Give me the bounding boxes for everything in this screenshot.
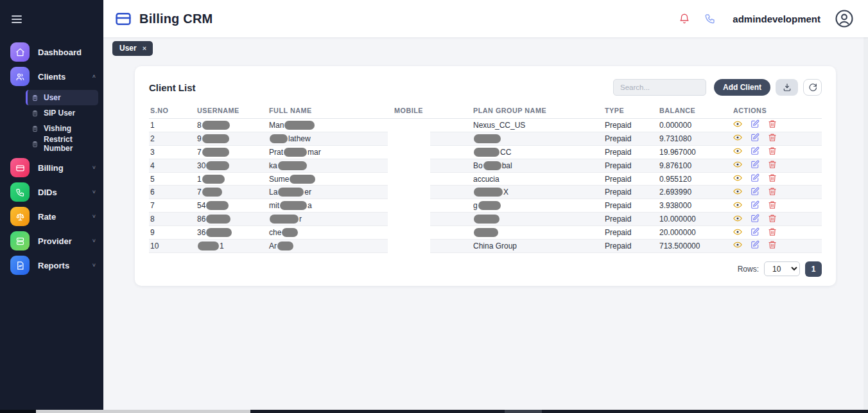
cell-plan-group <box>472 132 603 145</box>
edit-icon[interactable] <box>751 187 759 196</box>
view-icon[interactable] <box>733 200 742 209</box>
view-icon[interactable] <box>733 119 742 128</box>
delete-icon[interactable] <box>768 146 777 155</box>
edit-icon[interactable] <box>751 160 759 169</box>
page-title: Client List <box>149 82 196 93</box>
cell-plan-group <box>472 226 603 240</box>
sidebar-item-dids[interactable]: DIDs ˅ <box>0 180 103 204</box>
credit-card-logo-icon <box>114 11 133 27</box>
sidebar-item-label: DIDs <box>38 188 92 197</box>
clipboard-icon <box>31 141 39 148</box>
cell-sno: 10 <box>149 240 196 253</box>
redacted-text <box>202 188 222 197</box>
edit-icon[interactable] <box>751 200 759 209</box>
add-client-button[interactable]: Add Client <box>714 79 770 96</box>
home-icon <box>10 42 30 62</box>
edit-icon[interactable] <box>751 227 759 236</box>
view-icon[interactable] <box>733 133 742 142</box>
delete-icon[interactable] <box>768 240 777 249</box>
cell-username: 1 <box>196 240 268 253</box>
cell-plan-group: CC <box>472 145 603 159</box>
horizontal-scrollbar[interactable] <box>0 410 868 413</box>
sidebar-item-restrict-number[interactable]: Restrict Number <box>0 136 103 152</box>
tab-user[interactable]: User × <box>112 41 153 56</box>
top-header: Billing CRM admindevelopment <box>103 0 868 37</box>
sidebar-item-label: User <box>44 93 61 102</box>
table-row: 886rPrepaid10.000000 <box>149 213 822 226</box>
vertical-scrollbar[interactable] <box>864 37 868 410</box>
chevron-down-icon: ˅ <box>92 164 96 171</box>
view-icon[interactable] <box>733 214 742 223</box>
cell-sno: 3 <box>149 145 196 159</box>
download-button[interactable] <box>776 79 798 96</box>
client-table-wrap: S.NO USERNAME FULL NAME MOBILE PLAN GROU… <box>149 107 822 253</box>
redacted-text <box>474 148 499 157</box>
redacted-text <box>290 175 315 184</box>
delete-icon[interactable] <box>768 119 777 128</box>
search-input[interactable] <box>613 79 706 96</box>
edit-icon[interactable] <box>751 146 759 155</box>
table-row: 67LaerXPrepaid2.693990 <box>149 186 822 199</box>
cell-username: 30 <box>196 159 268 172</box>
cell-sno: 1 <box>149 119 196 132</box>
refresh-button[interactable] <box>803 79 822 96</box>
user-avatar-icon[interactable] <box>835 9 854 28</box>
delete-icon[interactable] <box>768 173 777 182</box>
client-table-body: 18ManNexus_CC_USPrepaid0.00000029lathewP… <box>149 119 822 253</box>
edit-icon[interactable] <box>751 173 759 182</box>
sidebar-item-vishing[interactable]: Vishing <box>0 121 103 136</box>
notification-bell-icon[interactable] <box>679 13 690 24</box>
page-1-button[interactable]: 1 <box>805 261 822 277</box>
close-icon[interactable]: × <box>143 44 146 52</box>
view-icon[interactable] <box>733 173 742 182</box>
sidebar-item-billing[interactable]: Billing ˅ <box>0 155 103 180</box>
cell-plan-group: accucia <box>472 172 603 186</box>
rows-per-page-select[interactable]: 10 <box>764 261 800 276</box>
redacted-text <box>198 242 219 250</box>
sidebar-item-clients[interactable]: Clients ˄ <box>0 64 103 89</box>
edit-icon[interactable] <box>751 214 759 223</box>
cell-plan-group: China Group <box>472 240 603 253</box>
cell-balance: 0.955120 <box>658 172 732 186</box>
delete-icon[interactable] <box>768 160 777 169</box>
view-icon[interactable] <box>733 160 742 169</box>
redacted-text <box>270 134 288 143</box>
cell-plan-group: Nexus_CC_US <box>472 119 603 132</box>
delete-icon[interactable] <box>768 214 777 223</box>
view-icon[interactable] <box>733 240 742 249</box>
menu-toggle-icon[interactable] <box>12 15 22 23</box>
delete-icon[interactable] <box>768 200 777 209</box>
cell-actions <box>732 119 822 132</box>
edit-icon[interactable] <box>751 240 759 249</box>
users-icon <box>10 67 30 86</box>
cell-username: 1 <box>196 172 268 186</box>
delete-icon[interactable] <box>768 187 777 196</box>
edit-icon[interactable] <box>751 119 759 128</box>
delete-icon[interactable] <box>768 133 777 142</box>
mobile-column-redaction <box>388 119 430 254</box>
sidebar-item-sip-user[interactable]: SIP User <box>0 105 103 121</box>
redacted-text <box>202 121 230 130</box>
cell-sno: 2 <box>149 132 196 145</box>
redacted-text <box>284 121 315 130</box>
main-content: Client List Add Client <box>103 59 868 410</box>
col-fullname: FULL NAME <box>268 107 393 119</box>
table-row: 18ManNexus_CC_USPrepaid0.000000 <box>149 119 822 132</box>
delete-icon[interactable] <box>768 227 777 236</box>
sidebar-item-reports[interactable]: Reports ˅ <box>0 253 103 277</box>
table-row: 754mitagPrepaid3.938000 <box>149 199 822 213</box>
view-icon[interactable] <box>733 146 742 155</box>
view-icon[interactable] <box>733 227 742 236</box>
phone-call-icon[interactable] <box>704 13 716 24</box>
sidebar-item-rate[interactable]: Rate ˅ <box>0 204 103 229</box>
view-icon[interactable] <box>733 187 742 196</box>
cell-plan-group <box>472 213 603 226</box>
col-sno: S.NO <box>149 107 196 119</box>
clipboard-icon <box>31 110 39 117</box>
cell-plan-group: g <box>472 199 603 213</box>
scrollbar-thumb[interactable] <box>36 410 250 413</box>
edit-icon[interactable] <box>751 133 759 142</box>
sidebar-item-user[interactable]: User <box>26 90 98 105</box>
sidebar-item-dashboard[interactable]: Dashboard <box>0 40 103 64</box>
sidebar-item-provider[interactable]: Provider ˅ <box>0 229 103 253</box>
